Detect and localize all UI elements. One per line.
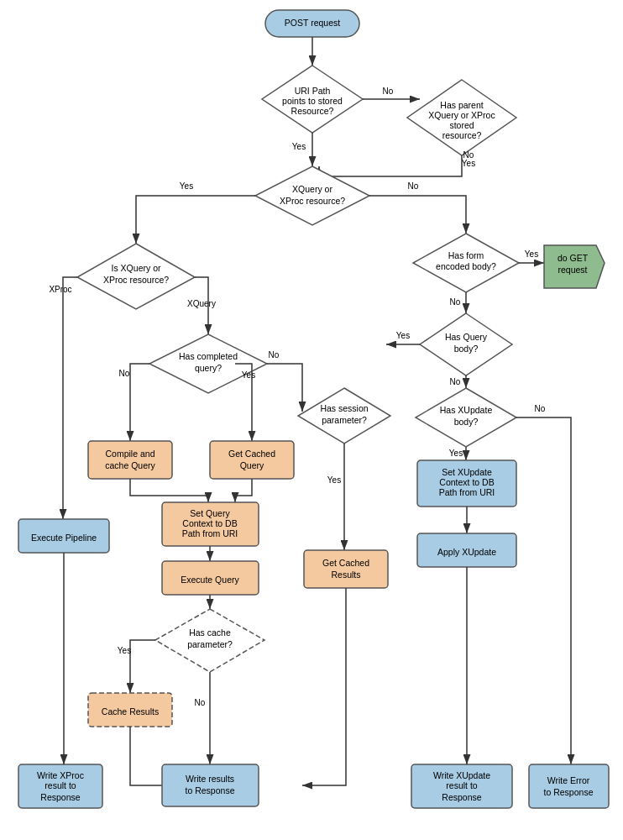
- set-query-context-label1: Set Query: [190, 508, 230, 518]
- has-form-label2: encoded body?: [436, 261, 496, 271]
- has-cache-param-label2: parameter?: [187, 639, 233, 649]
- xproc-label: XProc: [49, 285, 71, 294]
- has-parent-label3: stored: [449, 120, 474, 130]
- write-xproc-label3: Response: [40, 792, 80, 802]
- has-query-body-label1: Has Query: [445, 332, 488, 342]
- is-xquery-label2: XProc resource?: [103, 275, 169, 285]
- post-request-label: POST request: [285, 18, 340, 28]
- write-results-label2: to Response: [186, 785, 235, 795]
- set-query-context-label3: Path from URI: [182, 528, 238, 538]
- xupdate-yes-label: Yes: [449, 449, 463, 458]
- get-cached-query-label1: Get Cached: [228, 449, 275, 459]
- write-xproc-label2: result to: [44, 780, 76, 790]
- completed-no-label: No: [119, 369, 130, 378]
- xquery-xproc-label2: XProc resource?: [280, 196, 345, 206]
- has-query-no-label: No: [450, 377, 461, 386]
- completed-no-right-label: No: [269, 350, 280, 360]
- do-get-label2: request: [558, 265, 587, 275]
- has-parent-no-label: No: [463, 150, 474, 160]
- has-xupdate-label2: body?: [454, 417, 479, 427]
- has-session-label1: Has session: [320, 403, 368, 413]
- get-cached-results-label2: Results: [331, 570, 360, 580]
- uri-path-no-label: No: [383, 87, 394, 96]
- set-xupdate-context-label2: Context to DB: [439, 477, 494, 487]
- has-form-label1: Has form: [448, 250, 484, 260]
- write-error-label2: to Response: [544, 787, 594, 797]
- write-xupdate-label1: Write XUpdate: [433, 770, 490, 780]
- compile-cache-label1: Compile and: [106, 449, 155, 459]
- cache-no-label: No: [195, 698, 206, 707]
- cache-results-label: Cache Results: [102, 706, 159, 717]
- set-xupdate-context-label1: Set XUpdate: [442, 467, 492, 477]
- has-completed-query-label1: Has completed: [179, 351, 238, 361]
- get-cached-query-label2: Query: [240, 460, 264, 470]
- xquery-label: XQuery: [187, 299, 216, 308]
- uri-path-label: URI Path: [295, 86, 331, 96]
- flowchart-container: POST request URI Path points to stored R…: [0, 0, 623, 840]
- has-xupdate-label1: Has XUpdate: [440, 405, 493, 415]
- compile-cache-label2: cache Query: [105, 460, 155, 470]
- session-yes-label: Yes: [327, 475, 341, 485]
- write-xproc-label1: Write XProc: [37, 770, 84, 780]
- write-xupdate-label3: Response: [442, 792, 481, 802]
- has-parent-label1: Has parent: [440, 100, 483, 110]
- has-form-yes-label: Yes: [525, 249, 538, 259]
- has-query-yes-label: Yes: [396, 331, 410, 340]
- has-parent-label4: resource?: [442, 130, 482, 140]
- xquery-xproc-yes-label: Yes: [180, 181, 193, 191]
- apply-xupdate-label: Apply XUpdate: [437, 547, 496, 557]
- has-completed-query-label2: query?: [195, 363, 222, 373]
- has-parent-yes-label: Yes: [462, 159, 475, 168]
- set-query-context-label2: Context to DB: [182, 518, 237, 528]
- write-results-label1: Write results: [186, 774, 234, 784]
- set-xupdate-context-label3: Path from URI: [439, 487, 495, 497]
- get-cached-results-label1: Get Cached: [322, 558, 369, 568]
- do-get-label1: do GET: [558, 253, 589, 263]
- xquery-xproc-label1: XQuery or: [292, 184, 332, 194]
- is-xquery-label1: Is XQuery or: [112, 263, 161, 273]
- has-form-no-label: No: [450, 297, 461, 307]
- has-cache-param-label1: Has cache: [189, 627, 231, 638]
- cache-yes-label: Yes: [118, 646, 131, 655]
- uri-path-label2: points to stored: [282, 96, 343, 106]
- execute-pipeline-label: Execute Pipeline: [31, 533, 97, 543]
- has-session-label2: parameter?: [322, 415, 367, 425]
- uri-path-label3: Resource?: [291, 106, 334, 116]
- uri-path-yes-label: Yes: [292, 142, 306, 151]
- completed-yes-label: Yes: [242, 370, 255, 380]
- has-parent-label2: XQuery or XProc: [428, 110, 495, 120]
- execute-query-label: Execute Query: [181, 575, 239, 585]
- write-error-label1: Write Error: [547, 775, 590, 785]
- xquery-xproc-no-label: No: [408, 181, 419, 191]
- xupdate-no-label: No: [535, 404, 546, 413]
- write-xupdate-label2: result to: [446, 780, 478, 790]
- has-query-body-label2: body?: [454, 344, 479, 354]
